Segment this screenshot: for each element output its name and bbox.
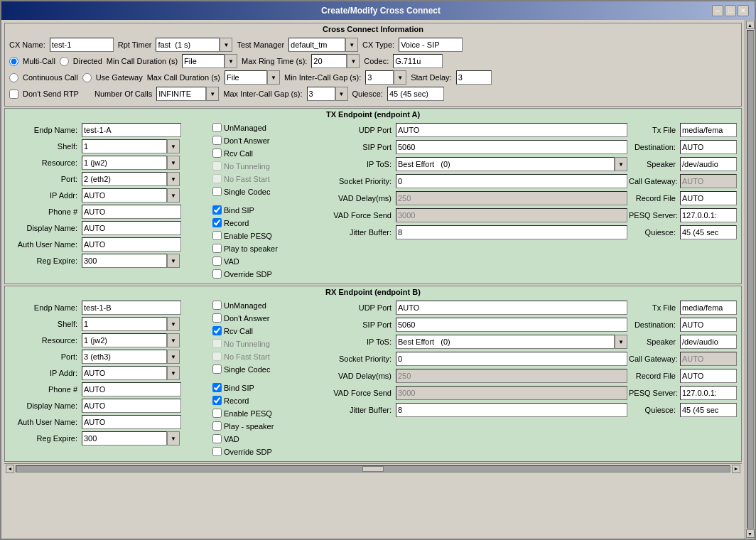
rx-resource-input[interactable] (82, 333, 167, 347)
min-call-dur-combo[interactable]: ▼ (182, 54, 237, 68)
rx-reg-expire-dropdown-btn[interactable]: ▼ (167, 431, 180, 446)
horizontal-scrollbar[interactable]: ◄ ► (4, 463, 742, 473)
tx-udp-port-input[interactable] (396, 123, 627, 137)
min-inter-call-input[interactable] (365, 70, 394, 85)
tx-vad-delay-input[interactable] (396, 191, 627, 205)
scroll-right-btn[interactable]: ► (732, 465, 740, 473)
quiesce-input[interactable] (387, 87, 444, 101)
multi-call-radio[interactable] (9, 57, 18, 66)
rx-pesq-server-input[interactable] (680, 386, 737, 400)
tx-ip-addr-input[interactable] (82, 188, 167, 202)
scroll-v-track[interactable] (747, 30, 754, 529)
tx-sip-port-input[interactable] (396, 140, 627, 154)
max-ring-time-input[interactable] (311, 54, 347, 68)
scroll-up-btn[interactable]: ▲ (746, 21, 755, 29)
directed-radio[interactable] (60, 57, 69, 66)
max-call-dur-input[interactable] (225, 70, 267, 85)
rx-ip-addr-input[interactable] (82, 366, 167, 380)
tx-shelf-dropdown-btn[interactable]: ▼ (167, 139, 180, 153)
rx-jitter-buffer-input[interactable] (396, 403, 627, 417)
rx-play-to-speaker-checkbox[interactable] (212, 421, 222, 431)
tx-jitter-buffer-input[interactable] (396, 225, 627, 239)
tx-play-to-speaker-checkbox[interactable] (212, 244, 222, 253)
test-manager-dropdown-btn[interactable]: ▼ (345, 38, 358, 52)
rx-tx-file-input[interactable] (680, 301, 737, 315)
scroll-down-btn[interactable]: ▼ (746, 529, 755, 538)
tx-rcv-call-checkbox[interactable] (212, 148, 222, 158)
tx-dont-answer-checkbox[interactable] (212, 136, 222, 145)
rx-port-input[interactable] (82, 350, 167, 364)
min-inter-call-combo[interactable]: ▼ (365, 70, 406, 85)
tx-tx-file-input[interactable] (680, 123, 737, 137)
tx-override-sdp-checkbox[interactable] (212, 269, 222, 279)
rx-override-sdp-checkbox[interactable] (212, 447, 222, 456)
rx-enable-pesq-checkbox[interactable] (212, 409, 222, 418)
tx-reg-expire-dropdown-btn[interactable]: ▼ (167, 254, 180, 268)
vertical-scrollbar[interactable]: ▲ ▼ (745, 20, 755, 539)
tx-reg-expire-input[interactable] (82, 254, 167, 268)
tx-ip-addr-dropdown-btn[interactable]: ▼ (167, 188, 180, 202)
tx-bind-sip-checkbox[interactable] (212, 205, 222, 215)
rx-rcv-call-checkbox[interactable] (212, 326, 222, 335)
tx-resource-dropdown-btn[interactable]: ▼ (167, 156, 180, 170)
tx-ip-tos-dropdown-btn[interactable]: ▼ (615, 157, 627, 171)
rx-display-name-input[interactable] (82, 399, 181, 413)
max-ring-time-combo[interactable]: ▼ (311, 54, 360, 68)
close-button[interactable]: ✕ (738, 5, 749, 16)
tx-no-tunneling-checkbox[interactable] (212, 161, 222, 171)
tx-record-checkbox[interactable] (212, 218, 222, 227)
min-call-dur-input[interactable] (182, 54, 225, 68)
rx-single-codec-checkbox[interactable] (212, 364, 222, 374)
min-call-dur-dropdown-btn[interactable]: ▼ (225, 54, 237, 68)
tx-phone-input[interactable] (82, 205, 181, 219)
rx-vad-force-input[interactable] (396, 386, 627, 400)
tx-pesq-server-input[interactable] (680, 208, 737, 222)
rx-vad-delay-input[interactable] (396, 369, 627, 383)
rx-record-checkbox[interactable] (212, 396, 222, 405)
num-calls-combo[interactable]: ▼ (156, 87, 219, 101)
rx-udp-port-input[interactable] (396, 301, 627, 315)
test-manager-combo[interactable]: ▼ (288, 38, 358, 52)
tx-single-codec-checkbox[interactable] (212, 187, 222, 196)
rx-ip-addr-dropdown-btn[interactable]: ▼ (167, 366, 180, 380)
rpt-timer-dropdown-btn[interactable]: ▼ (220, 38, 232, 52)
tx-quiesce-far-input[interactable] (680, 225, 737, 239)
scroll-left-btn[interactable]: ◄ (6, 465, 14, 473)
rx-record-file-input[interactable] (680, 369, 737, 383)
continuous-call-radio[interactable] (9, 73, 18, 82)
num-calls-dropdown-btn[interactable]: ▼ (206, 87, 219, 101)
tx-port-input[interactable] (82, 172, 167, 186)
cx-name-input[interactable] (50, 38, 114, 52)
tx-destination-input[interactable] (680, 140, 737, 154)
tx-unmanaged-checkbox[interactable] (212, 123, 222, 132)
rx-shelf-input[interactable] (82, 317, 167, 331)
rx-dont-answer-checkbox[interactable] (212, 313, 222, 323)
restore-button[interactable]: □ (725, 5, 736, 16)
rx-shelf-dropdown-btn[interactable]: ▼ (167, 317, 180, 331)
tx-record-file-input[interactable] (680, 191, 737, 205)
max-inter-call-combo[interactable]: ▼ (307, 87, 348, 101)
tx-display-name-input[interactable] (82, 221, 181, 235)
minimize-button[interactable]: ─ (712, 5, 723, 16)
tx-auth-user-input[interactable] (82, 237, 181, 252)
tx-vad-force-input[interactable] (396, 208, 627, 222)
rx-reg-expire-input[interactable] (82, 431, 167, 446)
num-calls-input[interactable] (156, 87, 206, 101)
tx-shelf-input[interactable] (82, 139, 167, 153)
rx-no-tunneling-checkbox[interactable] (212, 339, 222, 348)
rx-no-fast-start-checkbox[interactable] (212, 352, 222, 361)
rx-call-gateway-input[interactable] (680, 352, 737, 366)
test-manager-input[interactable] (288, 38, 345, 52)
max-inter-call-input[interactable] (307, 87, 335, 101)
rx-vad-checkbox[interactable] (212, 434, 222, 443)
max-call-dur-dropdown-btn[interactable]: ▼ (267, 70, 280, 85)
rx-phone-input[interactable] (82, 382, 181, 396)
rx-sip-port-input[interactable] (396, 318, 627, 332)
cx-type-input[interactable] (399, 38, 463, 52)
tx-endp-name-input[interactable] (82, 123, 181, 137)
dont-send-rtp-checkbox[interactable] (9, 90, 18, 99)
rx-endp-name-input[interactable] (82, 301, 181, 315)
rx-ip-tos-input[interactable] (396, 335, 615, 349)
max-inter-call-dropdown-btn[interactable]: ▼ (335, 87, 348, 101)
use-gateway-radio[interactable] (82, 73, 92, 82)
